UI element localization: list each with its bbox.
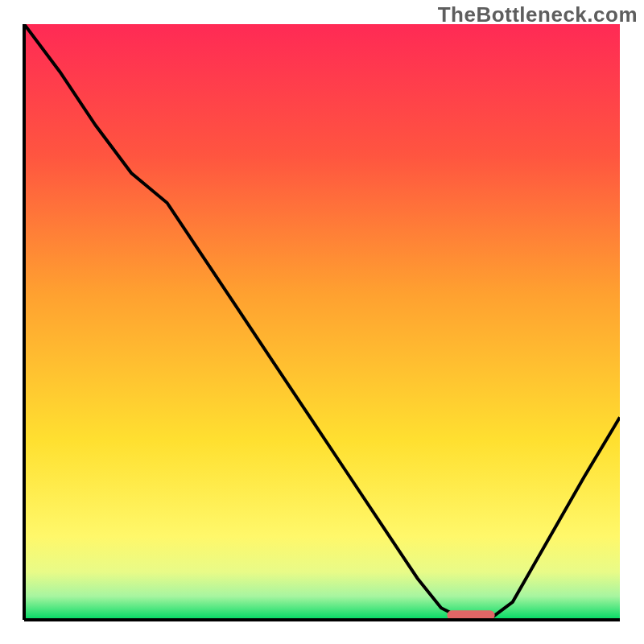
chart-container: TheBottleneck.com [0, 0, 644, 644]
watermark-text: TheBottleneck.com [438, 2, 638, 27]
plot-background [24, 24, 620, 620]
bottleneck-chart [0, 0, 644, 644]
